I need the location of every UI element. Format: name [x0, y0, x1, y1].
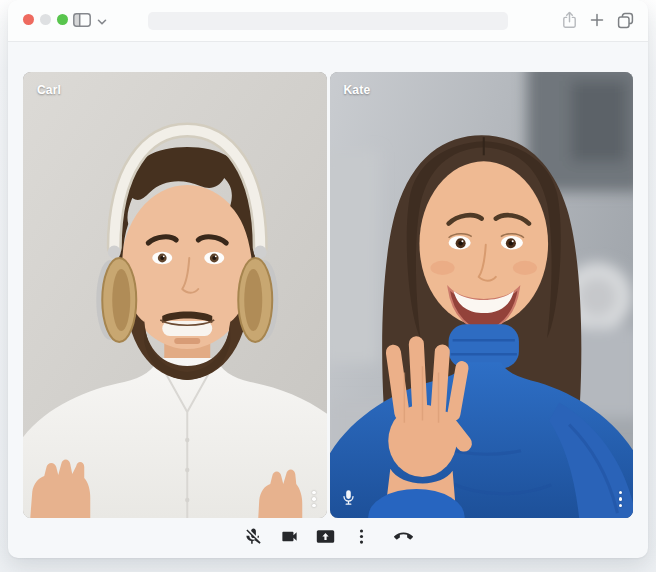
camera-button[interactable] [278, 525, 301, 551]
video-grid: Carl [23, 72, 633, 518]
minimize-button[interactable] [40, 14, 51, 25]
call-end-icon [394, 527, 413, 549]
browser-window: Carl [8, 0, 648, 558]
hang-up-button[interactable] [392, 525, 415, 551]
mic-off-icon [244, 527, 263, 549]
mute-button[interactable] [242, 525, 265, 551]
share-icon [562, 11, 577, 32]
more-vert-icon [312, 491, 316, 508]
new-tab-button[interactable] [590, 13, 604, 30]
call-control-bar [8, 518, 648, 558]
video-tile-carl[interactable]: Carl [23, 72, 327, 518]
share-button[interactable] [562, 11, 577, 32]
mic-indicator-icon [342, 489, 355, 510]
address-bar-input[interactable] [148, 12, 508, 30]
kate-photo [330, 72, 634, 518]
sidebar-icon [72, 12, 92, 31]
video-tile-kate[interactable]: Kate [330, 72, 634, 518]
chevron-down-icon [97, 14, 107, 29]
sidebar-toggle-button[interactable] [72, 12, 92, 31]
videocam-icon [280, 527, 299, 549]
tabs-overview-icon [617, 12, 634, 32]
sidebar-chevron-button[interactable] [97, 14, 107, 29]
traffic-lights [23, 14, 68, 25]
new-tab-icon [590, 13, 604, 30]
participant-name-label: Carl [37, 83, 61, 97]
more-options-button[interactable] [350, 525, 373, 551]
participant-name-label: Kate [344, 83, 371, 97]
carl-more-options-button[interactable] [310, 489, 318, 510]
close-button[interactable] [23, 14, 34, 25]
browser-toolbar [8, 0, 648, 42]
present-screen-icon [316, 527, 335, 549]
present-screen-button[interactable] [314, 525, 337, 551]
zoom-button[interactable] [57, 14, 68, 25]
kate-more-options-button[interactable] [617, 489, 625, 510]
more-vert-icon [352, 527, 371, 549]
carl-photo [23, 72, 327, 518]
tabs-overview-button[interactable] [617, 12, 634, 32]
more-vert-icon [619, 491, 623, 508]
